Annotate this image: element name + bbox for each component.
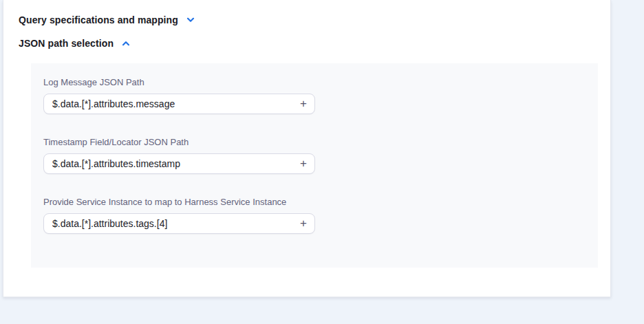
chevron-up-icon[interactable] [120, 38, 131, 49]
timestamp-json-path-input[interactable] [44, 154, 292, 173]
section-title-query-specifications: Query specifications and mapping [19, 14, 178, 25]
log-message-json-path-input-group: + [43, 94, 315, 114]
field-label: Timestamp Field/Locator JSON Path [43, 137, 598, 148]
field-timestamp-json-path: Timestamp Field/Locator JSON Path + [43, 137, 598, 174]
service-instance-json-path-input-group: + [43, 213, 315, 234]
json-path-selection-panel: Log Message JSON Path + Timestamp Field/… [31, 63, 598, 268]
add-json-path-button[interactable]: + [292, 94, 314, 114]
section-header-query-specifications[interactable]: Query specifications and mapping [19, 14, 196, 25]
chevron-down-icon[interactable] [185, 14, 196, 25]
log-message-json-path-input[interactable] [44, 94, 292, 114]
field-label: Provide Service Instance to map to Harne… [43, 197, 598, 208]
service-instance-json-path-input[interactable] [44, 214, 292, 233]
add-json-path-button[interactable]: + [292, 154, 314, 173]
timestamp-json-path-input-group: + [43, 153, 315, 174]
section-title-json-path-selection: JSON path selection [19, 38, 114, 49]
section-header-json-path-selection[interactable]: JSON path selection [19, 38, 131, 49]
field-label: Log Message JSON Path [43, 77, 598, 88]
add-json-path-button[interactable]: + [292, 214, 314, 233]
field-service-instance-json-path: Provide Service Instance to map to Harne… [43, 197, 598, 234]
field-log-message-json-path: Log Message JSON Path + [43, 77, 598, 114]
configuration-card: Query specifications and mapping JSON pa… [3, 0, 611, 297]
page: Query specifications and mapping JSON pa… [0, 0, 644, 324]
